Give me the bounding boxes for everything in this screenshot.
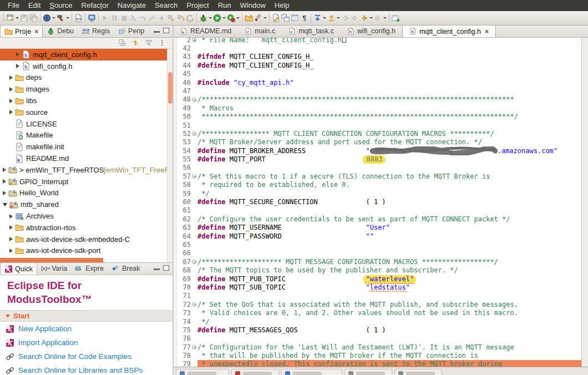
tree-item-aws-iot-device-sdk-port[interactable]: aws-iot-device-sdk-port [0,245,173,257]
back-icon[interactable] [359,13,369,24]
expand-arrow-icon[interactable] [9,214,13,219]
menu-source[interactable]: Source [45,0,77,11]
fold-column[interactable] [191,343,197,352]
expand-arrow-icon[interactable] [9,75,13,80]
menu-search[interactable]: Search [150,0,182,11]
save-icon[interactable] [19,13,29,24]
goto-line-icon[interactable] [327,13,336,24]
quick-link-search-online-for-libraries-and-bsps[interactable]: Search Online for Libraries and BSPs [0,363,173,375]
dropdown-caret[interactable] [383,17,387,19]
view-tab-perip[interactable]: Perip [114,25,148,37]
quick-link-new-application[interactable]: New Application [0,322,173,336]
menu-window[interactable]: Window [236,0,270,11]
close-icon[interactable]: × [34,28,38,36]
fold-column[interactable] [191,95,197,104]
collapse-all-icon[interactable] [118,39,127,48]
tree-item-mtb_shared[interactable]: Cmtb_shared [0,199,173,210]
back-disabled-icon[interactable] [341,13,350,24]
menu-refactor[interactable]: Refactor [77,0,113,11]
tree-item-readme.md[interactable]: wREADME.md [0,153,173,164]
editor-tab-mqtt_task.c[interactable]: cmqtt_task.c [282,25,341,37]
dropdown-caret[interactable] [222,17,226,19]
view-tab-regis[interactable]: 10100101Regis [78,25,114,37]
bottom-view-tab[interactable] [176,369,229,375]
show-whitespace-icon[interactable]: ¶ [300,13,309,24]
tree-item-images[interactable]: images [0,83,173,95]
stop-icon[interactable] [119,13,129,24]
expand-arrow-icon[interactable] [3,168,6,172]
maximize-icon[interactable] [163,28,169,33]
open-type-icon[interactable] [281,13,290,24]
fold-column[interactable] [191,130,197,138]
dropdown-caret[interactable] [52,17,55,19]
editor-tab-mqtt_client_config.h[interactable]: hmqtt_client_config.h× [402,25,496,37]
bottom-view-tab[interactable] [344,369,392,375]
filter-icon[interactable] [145,39,154,48]
minimize-icon[interactable] [154,265,160,270]
instruction-stepping-icon[interactable] [166,13,176,24]
editor-tab-README.md[interactable]: wREADME.md [174,25,238,37]
expand-arrow-icon[interactable] [3,179,6,184]
dropdown-caret[interactable] [263,17,267,19]
save-all-icon[interactable] [29,13,38,24]
expand-arrow-icon[interactable] [9,225,13,230]
expand-arrow-icon[interactable] [9,87,13,92]
tree-item-license[interactable]: LICENSE [0,118,173,130]
menu-file[interactable]: File [3,0,24,11]
last-edit-icon[interactable] [313,13,322,24]
dropdown-caret[interactable] [337,17,340,19]
view-tab-varia[interactable]: (x)=Varia [37,262,71,275]
dropdown-caret[interactable] [66,17,69,19]
menu-navigate[interactable]: Navigate [113,0,150,11]
tree-item-abstraction-rtos[interactable]: abstraction-rtos [0,222,173,234]
start-section-header[interactable]: Start [0,310,173,322]
view-tab-expre[interactable]: 66Expre [71,262,108,275]
editor-tab-main.c[interactable]: cmain.c [238,25,282,37]
expand-arrow-icon[interactable] [16,52,19,57]
run-icon[interactable] [212,13,222,24]
fold-column[interactable] [191,258,197,266]
view-menu-icon[interactable] [158,39,167,48]
editor-body[interactable]: 2 * File Name: mqtt_client_config.h4243#… [174,38,588,367]
menu-help[interactable]: Help [270,0,294,11]
tree-item-deps[interactable]: deps [0,72,173,84]
dropdown-caret[interactable] [369,17,373,19]
resume-icon[interactable] [100,13,110,24]
view-tab-break[interactable]: Break [108,262,144,275]
forward-icon[interactable] [373,13,383,24]
menu-run[interactable]: Run [214,0,236,11]
tree-item-emwin_tft_freertos[interactable]: C> emWin_TFT_FreeRTOS [emWin_TFT_FreeRT [0,164,173,176]
build-icon[interactable] [56,13,65,24]
dropdown-caret[interactable] [236,17,240,19]
expand-arrow-icon[interactable] [9,249,13,253]
fold-column[interactable] [191,38,197,44]
workspace-icon[interactable] [42,13,52,24]
dropdown-caret[interactable] [209,17,212,19]
bottom-view-tab[interactable] [281,369,342,375]
drop-frame-icon[interactable] [157,13,166,24]
tree-item-source[interactable]: source [0,107,173,118]
search-tool-icon[interactable] [254,13,263,24]
new-wizard-icon[interactable] [6,13,15,24]
step-into-icon[interactable] [129,13,138,24]
expand-arrow-icon[interactable] [3,191,6,195]
fold-column[interactable] [191,173,197,181]
tree-item-gpio_interrupt[interactable]: CGPIO_Interrupt [0,176,173,188]
dropdown-caret[interactable] [16,17,19,19]
open-perspective-icon[interactable] [391,13,401,24]
tree-item-makefile[interactable]: Makefile [0,130,173,141]
tree-item-libs[interactable]: libs [0,95,173,107]
tree-item-makefile.init[interactable]: makefile.init [0,141,173,153]
tree-item-aws-iot-device-sdk-embedded-c[interactable]: aws-iot-device-sdk-embedded-C [0,234,173,245]
forward-disabled-icon[interactable] [350,13,359,24]
fold-column[interactable] [191,301,197,309]
tree-scrollbar-thumb[interactable] [168,72,173,104]
tree-item-archives[interactable]: Archives [0,210,173,222]
editor-tab-wifi_config.h[interactable]: hwifi_config.h [341,25,402,37]
overview-ruler[interactable] [581,38,588,367]
collapse-arrow-icon[interactable] [3,203,7,206]
debug-icon[interactable] [199,13,208,24]
open-resource-icon[interactable] [290,13,300,24]
menu-edit[interactable]: Edit [24,0,45,11]
close-icon[interactable]: × [485,28,489,36]
